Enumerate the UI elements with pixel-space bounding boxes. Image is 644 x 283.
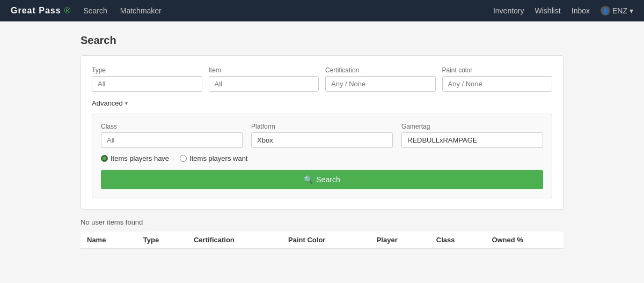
type-input[interactable] <box>92 76 202 92</box>
nav-inventory-link[interactable]: Inventory <box>493 6 524 15</box>
navbar-left: Great Pass ® Search Matchmaker <box>11 6 162 16</box>
user-dropdown-icon: ▾ <box>630 6 633 15</box>
table-header: Name Type Certification Paint Color Play… <box>80 232 564 249</box>
advanced-label: Advanced <box>92 99 123 107</box>
table-header-row: Name Type Certification Paint Color Play… <box>80 232 564 249</box>
paint-color-input[interactable] <box>442 76 553 92</box>
user-menu[interactable]: 👤 ENZ ▾ <box>601 6 633 16</box>
navbar-right: Inventory Wishlist Inbox 👤 ENZ ▾ <box>493 6 633 16</box>
search-panel: Type Item Certification Paint color Adva… <box>80 55 564 210</box>
col-name: Name <box>80 232 137 249</box>
advanced-section: Class Platform Gamertag Items players ha… <box>92 114 552 198</box>
main-content: Search Type Item Certification Paint col… <box>64 21 580 262</box>
user-avatar: 👤 <box>601 6 610 16</box>
type-filter-group: Type <box>92 66 202 92</box>
item-label: Item <box>209 66 319 74</box>
col-paint-color: Paint Color <box>282 232 370 249</box>
col-certification: Certification <box>187 232 282 249</box>
item-input[interactable] <box>209 76 319 92</box>
search-button[interactable]: 🔍 Search <box>101 170 543 189</box>
gamertag-label: Gamertag <box>401 123 543 130</box>
search-icon: 🔍 <box>304 175 313 184</box>
brand: Great Pass ® <box>11 6 70 16</box>
radio-have-label: Items players have <box>111 154 169 162</box>
class-filter-group: Class <box>101 123 243 148</box>
certification-filter-group: Certification <box>325 66 436 92</box>
radio-want-option[interactable]: Items players want <box>180 154 247 162</box>
certification-label: Certification <box>325 66 436 74</box>
certification-input[interactable] <box>325 76 436 92</box>
nav-wishlist-link[interactable]: Wishlist <box>535 6 561 15</box>
class-input[interactable] <box>101 132 243 148</box>
brand-icon: ® <box>64 6 71 16</box>
nav-matchmaker-link[interactable]: Matchmaker <box>120 6 162 15</box>
advanced-chevron-icon: ▾ <box>125 100 128 106</box>
brand-name: Great Pass <box>11 6 61 16</box>
search-button-label: Search <box>316 175 340 184</box>
gamertag-filter-group: Gamertag <box>401 123 543 148</box>
class-label: Class <box>101 123 243 130</box>
radio-want-input[interactable] <box>180 155 187 162</box>
gamertag-input[interactable] <box>401 132 543 148</box>
col-type: Type <box>137 232 187 249</box>
type-label: Type <box>92 66 202 74</box>
platform-filter-group: Platform <box>251 123 393 148</box>
no-results-text: No user items found <box>80 218 564 226</box>
navbar: Great Pass ® Search Matchmaker Inventory… <box>0 0 644 21</box>
user-name: ENZ <box>612 6 627 15</box>
paint-color-filter-group: Paint color <box>442 66 553 92</box>
col-owned: Owned % <box>485 232 564 249</box>
results-area: No user items found Name Type Certificat… <box>80 218 564 249</box>
platform-label: Platform <box>251 123 393 130</box>
col-player: Player <box>370 232 430 249</box>
col-class: Class <box>430 232 486 249</box>
radio-group: Items players have Items players want <box>101 154 543 162</box>
page-title: Search <box>80 34 564 47</box>
results-table: Name Type Certification Paint Color Play… <box>80 232 564 249</box>
advanced-filter-row: Class Platform Gamertag <box>101 123 543 148</box>
paint-color-label: Paint color <box>442 66 553 74</box>
item-filter-group: Item <box>209 66 319 92</box>
basic-filter-row: Type Item Certification Paint color <box>92 66 552 92</box>
radio-have-input[interactable] <box>101 155 108 162</box>
radio-want-label: Items players want <box>189 154 247 162</box>
radio-have-option[interactable]: Items players have <box>101 154 169 162</box>
nav-inbox-link[interactable]: Inbox <box>572 6 590 15</box>
nav-search-link[interactable]: Search <box>83 6 107 15</box>
advanced-toggle[interactable]: Advanced ▾ <box>92 99 552 107</box>
platform-input[interactable] <box>251 132 393 148</box>
